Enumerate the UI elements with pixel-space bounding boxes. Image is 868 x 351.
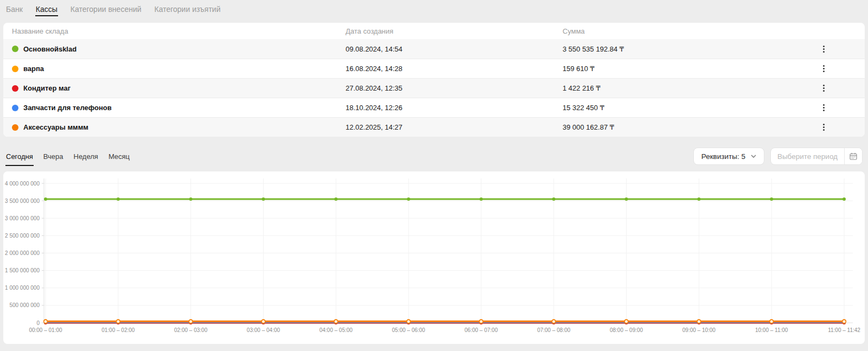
svg-text:03:00 – 04:00: 03:00 – 04:00 <box>247 327 280 333</box>
sum-value: 3 550 535 192.84 ₸ <box>563 45 791 53</box>
table-row: Аксессуары мммм12.02.2025, 14:2739 000 1… <box>3 117 865 137</box>
warehouse-name: Аксессуары мммм <box>23 123 88 131</box>
warehouse-name-cell: варпа <box>12 65 346 73</box>
tab-bank[interactable]: Банк <box>5 5 23 16</box>
period-tab-week[interactable]: Неделя <box>73 152 99 166</box>
row-actions <box>791 42 856 56</box>
sum-value: 39 000 162.87 ₸ <box>563 123 791 131</box>
svg-text:05:00 – 06:00: 05:00 – 06:00 <box>392 327 426 333</box>
period-tab-yesterday[interactable]: Вчера <box>43 152 64 166</box>
calendar-button[interactable] <box>844 148 862 164</box>
svg-text:04:00 – 05:00: 04:00 – 05:00 <box>320 327 353 333</box>
warehouse-name: варпа <box>23 65 44 73</box>
row-actions <box>791 120 856 134</box>
row-menu-button[interactable] <box>819 62 829 75</box>
svg-text:07:00 – 08:00: 07:00 – 08:00 <box>537 327 571 333</box>
svg-text:01:00 – 02:00: 01:00 – 02:00 <box>101 327 135 333</box>
requisites-dropdown[interactable]: Реквизиты: 5 <box>693 148 764 165</box>
svg-text:2 500 000 000: 2 500 000 000 <box>5 233 40 239</box>
svg-text:1 500 000 000: 1 500 000 000 <box>5 267 40 273</box>
row-actions <box>791 62 856 75</box>
row-menu-button[interactable] <box>819 81 829 95</box>
svg-text:4 000 000 000: 4 000 000 000 <box>5 181 40 187</box>
table-header: Название склада Дата создания Сумма <box>3 23 865 39</box>
created-date: 16.08.2024, 14:28 <box>346 65 563 73</box>
row-menu-button[interactable] <box>819 101 829 114</box>
table-row: варпа16.08.2024, 14:28159 610 ₸ <box>3 59 865 78</box>
svg-text:02:00 – 03:00: 02:00 – 03:00 <box>174 327 208 333</box>
period-picker[interactable]: Выберите период <box>770 148 863 165</box>
calendar-icon <box>849 152 858 161</box>
created-date: 09.08.2024, 14:54 <box>346 45 563 53</box>
column-sum: Сумма <box>563 27 791 35</box>
svg-text:09:00 – 10:00: 09:00 – 10:00 <box>682 327 716 333</box>
table-body: Основнойsklad09.08.2024, 14:543 550 535 … <box>3 39 865 137</box>
warehouse-color-dot <box>12 124 18 131</box>
row-actions <box>791 81 856 95</box>
tab-cash-registers[interactable]: Кассы <box>35 5 58 16</box>
chart-toolbar: Сегодня Вчера Неделя Месяц Реквизиты: 5 … <box>5 148 863 166</box>
created-date: 27.08.2024, 12:35 <box>346 84 563 92</box>
sum-value: 1 422 216 ₸ <box>563 84 791 92</box>
warehouse-name-cell: Основнойsklad <box>12 45 346 53</box>
svg-text:3 500 000 000: 3 500 000 000 <box>5 198 40 204</box>
row-menu-button[interactable] <box>819 120 829 134</box>
warehouse-name: Кондитер маг <box>23 84 71 92</box>
chevron-down-icon <box>751 155 756 158</box>
sum-value: 159 610 ₸ <box>563 65 791 73</box>
table-row: Основнойsklad09.08.2024, 14:543 550 535 … <box>3 39 865 59</box>
created-date: 18.10.2024, 12:26 <box>346 104 563 112</box>
top-tabs: Банк Кассы Категории внесений Категории … <box>3 0 865 16</box>
period-tab-today[interactable]: Сегодня <box>5 152 34 166</box>
warehouse-color-dot <box>12 85 18 92</box>
svg-text:06:00 – 07:00: 06:00 – 07:00 <box>464 327 498 333</box>
tab-withdrawal-categories[interactable]: Категории изъятий <box>154 5 221 16</box>
warehouse-color-dot <box>12 46 18 52</box>
svg-text:3 000 000 000: 3 000 000 000 <box>5 215 40 221</box>
toolbar-right: Реквизиты: 5 Выберите период <box>693 148 863 166</box>
table-row: Запчасти для телефонов18.10.2024, 12:261… <box>3 98 865 117</box>
table-row: Кондитер маг27.08.2024, 12:351 422 216 ₸ <box>3 78 865 98</box>
svg-text:00:00 – 01:00: 00:00 – 01:00 <box>29 327 62 333</box>
warehouse-name-cell: Запчасти для телефонов <box>12 104 346 112</box>
svg-text:0: 0 <box>36 320 40 326</box>
page: Банк Кассы Категории внесений Категории … <box>0 0 868 344</box>
warehouse-color-dot <box>12 105 18 111</box>
row-menu-button[interactable] <box>819 42 829 56</box>
svg-text:08:00 – 09:00: 08:00 – 09:00 <box>610 327 643 333</box>
sum-value: 15 322 450 ₸ <box>563 104 791 112</box>
warehouse-table: Название склада Дата создания Сумма Осно… <box>3 23 865 137</box>
warehouse-name: Основнойsklad <box>23 45 76 53</box>
svg-text:10:00 – 11:00: 10:00 – 11:00 <box>755 327 788 333</box>
tab-deposit-categories[interactable]: Категории внесений <box>70 5 142 16</box>
svg-text:1 000 000 000: 1 000 000 000 <box>5 285 40 291</box>
period-tabs: Сегодня Вчера Неделя Месяц <box>5 152 130 166</box>
balances-line-chart: 0500 000 0001 000 000 0001 500 000 0002 … <box>3 171 865 344</box>
warehouse-name-cell: Аксессуары мммм <box>12 123 346 131</box>
warehouse-color-dot <box>12 66 18 72</box>
period-tab-month[interactable]: Месяц <box>108 152 130 166</box>
svg-text:500 000 000: 500 000 000 <box>9 302 40 308</box>
requisites-label: Реквизиты: 5 <box>701 152 745 161</box>
column-created-date: Дата создания <box>346 27 563 35</box>
svg-text:2 000 000 000: 2 000 000 000 <box>5 250 40 256</box>
period-placeholder: Выберите период <box>771 148 844 164</box>
warehouse-name: Запчасти для телефонов <box>23 104 112 112</box>
column-warehouse-name: Название склада <box>12 27 346 35</box>
warehouse-name-cell: Кондитер маг <box>12 84 346 92</box>
svg-text:11:00 – 11:42: 11:00 – 11:42 <box>828 327 860 333</box>
created-date: 12.02.2025, 14:27 <box>346 123 563 131</box>
row-actions <box>791 101 856 114</box>
balances-chart-card: 0500 000 0001 000 000 0001 500 000 0002 … <box>3 171 865 344</box>
